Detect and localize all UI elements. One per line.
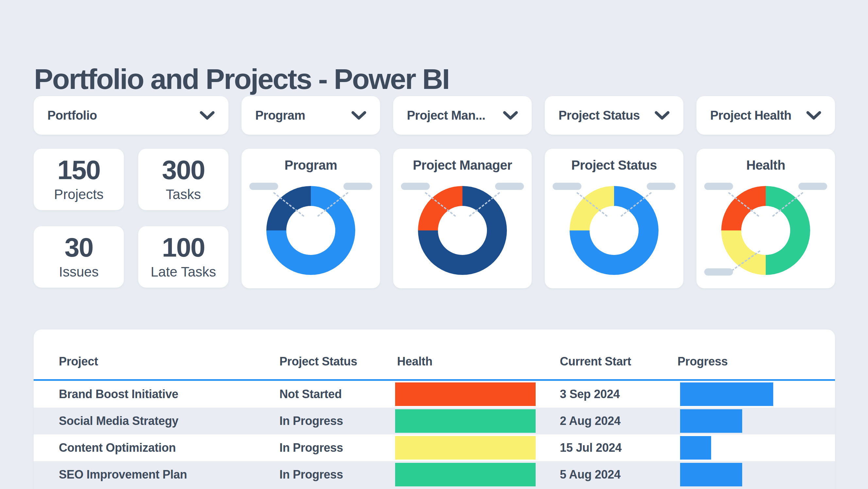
callout-label-top-left — [553, 183, 581, 190]
cell-project: Content Optimization — [59, 434, 176, 461]
kpi-label: Issues — [59, 264, 98, 280]
cell-project: Social Media Strategy — [59, 407, 179, 434]
cell-project: Brand Boost Initiative — [59, 381, 178, 407]
cell-current-start: 5 Aug 2024 — [560, 461, 621, 488]
kpi-card: 300 Tasks — [138, 149, 228, 210]
page-title: Portfolio and Projects - Power BI — [34, 62, 449, 96]
kpi-card: 150 Projects — [34, 149, 124, 210]
filter-label: Program — [255, 109, 305, 123]
callout-label-top-left — [401, 183, 430, 190]
cell-progress-bar — [680, 409, 742, 433]
cell-project-status: In Progress — [279, 434, 343, 461]
cell-project-status: In Progress — [279, 461, 343, 488]
callout-label-top-right — [495, 183, 524, 190]
callout-label-top-left — [704, 183, 733, 190]
callout-label-top-right — [343, 183, 372, 190]
kpi-card: 100 Late Tasks — [138, 226, 228, 288]
donut-chart-title: Project Manager — [393, 158, 532, 173]
donut-chart-card: Project Manager — [393, 149, 532, 288]
cell-progress-bar — [680, 383, 773, 406]
callout-label-top-right — [798, 183, 827, 190]
column-header-progress[interactable]: Progress — [678, 347, 728, 375]
column-header-project[interactable]: Project — [59, 347, 98, 375]
filter-label: Portfolio — [48, 109, 97, 123]
filter-dropdown[interactable]: Project Health — [696, 96, 835, 135]
kpi-value: 300 — [162, 157, 205, 183]
filter-dropdown[interactable]: Project Man... — [393, 96, 532, 135]
donut-hole — [438, 206, 487, 255]
cell-health-bar — [395, 463, 536, 486]
chevron-down-icon — [351, 111, 366, 120]
filter-label: Project Health — [710, 109, 792, 123]
donut-chart-card: Program — [242, 149, 380, 288]
callout-label-top-right — [647, 183, 676, 190]
table-row[interactable]: Brand Boost Initiative Not Started 3 Sep… — [34, 381, 835, 407]
donut-hole — [590, 206, 639, 255]
donut-chart-title: Project Status — [545, 158, 683, 173]
cell-current-start: 2 Aug 2024 — [560, 407, 621, 434]
table-row[interactable]: SEO Improvement Plan In Progress 5 Aug 2… — [34, 461, 835, 489]
table-body: Brand Boost Initiative Not Started 3 Sep… — [34, 381, 835, 489]
callout-label-top-left — [249, 183, 278, 190]
donut-hole — [741, 206, 790, 255]
donut-chart-title: Health — [696, 158, 835, 173]
cell-health-bar — [395, 436, 536, 460]
table-row[interactable]: Content Optimization In Progress 15 Jul … — [34, 434, 835, 461]
donut-chart-card: Project Status — [545, 149, 683, 288]
dashboard: Portfolio and Projects - Power BI Portfo… — [0, 0, 868, 489]
kpi-card: 30 Issues — [34, 226, 124, 288]
filter-label: Project Status — [559, 109, 640, 123]
kpi-label: Tasks — [166, 187, 201, 202]
column-header-project-status[interactable]: Project Status — [279, 347, 357, 375]
filter-label: Project Man... — [407, 109, 485, 123]
filter-dropdown[interactable]: Program — [242, 96, 380, 135]
kpi-value: 30 — [64, 234, 93, 261]
chevron-down-icon — [806, 111, 821, 120]
cell-health-bar — [395, 409, 536, 433]
filter-dropdown[interactable]: Project Status — [545, 96, 683, 135]
callout-label-bottom-left — [704, 268, 733, 276]
donut-chart-card: Health — [696, 149, 835, 288]
donut-hole — [286, 206, 335, 255]
cell-health-bar — [395, 383, 536, 406]
table-header-row: ProjectProject StatusHealthCurrent Start… — [34, 347, 835, 375]
kpi-value: 100 — [162, 234, 205, 261]
chevron-down-icon — [655, 111, 670, 120]
table-row[interactable]: Social Media Strategy In Progress 2 Aug … — [34, 407, 835, 434]
cell-project-status: In Progress — [279, 407, 343, 434]
cell-project-status: Not Started — [279, 381, 342, 407]
cell-progress-bar — [680, 436, 711, 460]
chevron-down-icon — [503, 111, 518, 120]
donut-chart-title: Program — [242, 158, 380, 173]
kpi-value: 150 — [58, 157, 100, 183]
cell-current-start: 15 Jul 2024 — [560, 434, 622, 461]
chevron-down-icon — [200, 111, 215, 120]
cell-project: SEO Improvement Plan — [59, 461, 187, 488]
projects-table: ProjectProject StatusHealthCurrent Start… — [34, 330, 835, 489]
kpi-label: Late Tasks — [151, 264, 216, 280]
kpi-label: Projects — [54, 187, 103, 202]
filter-dropdown[interactable]: Portfolio — [34, 96, 228, 135]
cell-current-start: 3 Sep 2024 — [560, 381, 620, 407]
column-header-health[interactable]: Health — [397, 347, 432, 375]
cell-progress-bar — [680, 463, 742, 486]
column-header-current-start[interactable]: Current Start — [560, 347, 631, 375]
